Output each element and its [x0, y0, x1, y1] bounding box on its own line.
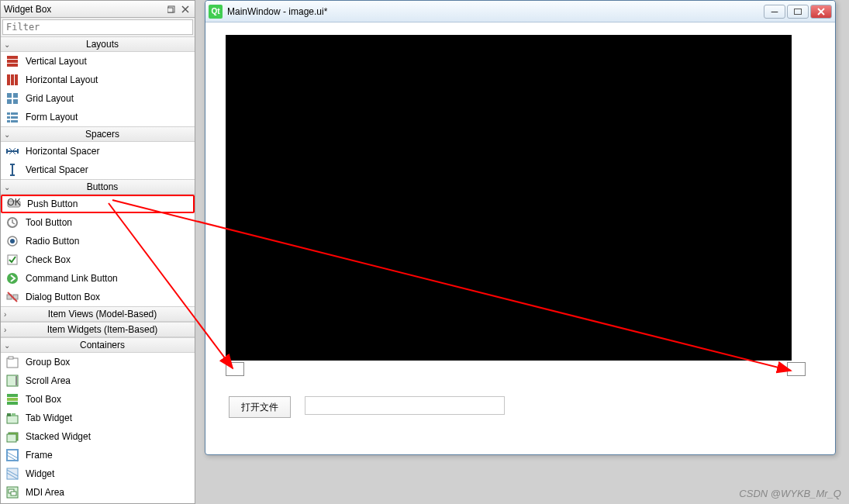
widget-box-list[interactable]: ⌄LayoutsVertical LayoutHorizontal Layout…: [1, 36, 195, 503]
preview-widget[interactable]: [226, 35, 792, 361]
widget-item-label: Horizontal Layout: [26, 74, 98, 85]
widget-item-label: Form Layout: [26, 112, 78, 123]
pushbtn-icon: OK: [7, 197, 21, 211]
close-icon[interactable]: [179, 3, 192, 16]
chevron-down-icon: ⌄: [4, 341, 13, 350]
group-label: Containers: [13, 340, 192, 350]
grid-icon: [5, 91, 19, 105]
svg-rect-9: [15, 74, 18, 85]
group-header-spacers[interactable]: ⌄Spacers: [1, 126, 195, 142]
widget-item-mdi[interactable]: MDI Area: [1, 483, 195, 502]
group-label: Spacers: [13, 129, 192, 140]
group-header-buttons[interactable]: ⌄Buttons: [1, 179, 195, 195]
widget-item-tabwidget[interactable]: Tab Widget: [1, 409, 195, 427]
widget-item-frame[interactable]: Frame: [1, 446, 195, 464]
maximize-button[interactable]: [787, 5, 809, 19]
svg-line-43: [7, 452, 18, 458]
group-label: Buttons: [13, 181, 192, 192]
widget-item-grid[interactable]: Grid Layout: [1, 89, 195, 108]
cmdlink-icon: [5, 271, 19, 285]
widget-item-vspacer[interactable]: Vertical Spacer: [1, 161, 195, 179]
svg-rect-15: [11, 112, 18, 115]
svg-rect-8: [11, 74, 14, 85]
widget-item-hspacer[interactable]: Horizontal Spacer: [1, 142, 195, 161]
widget-item-form[interactable]: Form Layout: [1, 108, 195, 126]
widget-box-title: Widget Box: [4, 4, 164, 15]
widget-item-label: Push Button: [27, 198, 78, 209]
group-label: Item Widgets (Item-Based): [13, 324, 192, 335]
svg-point-24: [10, 239, 15, 243]
form-icon: [5, 110, 19, 124]
group-header-itemviews[interactable]: ›Item Views (Model-Based): [1, 306, 195, 322]
group-header-layouts[interactable]: ⌄Layouts: [1, 36, 195, 52]
svg-rect-36: [7, 402, 18, 405]
svg-rect-34: [7, 394, 18, 397]
dlgbox-icon: [5, 290, 19, 304]
widget-item-label: Radio Button: [26, 236, 79, 247]
form-canvas[interactable]: 打开文件: [212, 27, 829, 448]
tabwidget-icon: [5, 411, 19, 425]
svg-rect-31: [9, 357, 13, 359]
mdi-icon: [5, 485, 19, 499]
hlayout-icon: [5, 73, 19, 87]
widget-item-label: Widget: [26, 468, 54, 479]
filter-input[interactable]: [2, 19, 193, 35]
widget-item-toolbox[interactable]: Tool Box: [1, 390, 195, 409]
frame-icon: [5, 448, 19, 462]
widget-item-dlgbox[interactable]: Dialog Button Box: [1, 288, 195, 306]
svg-rect-33: [16, 376, 17, 385]
placeholder-button-left[interactable]: [226, 362, 244, 376]
float-icon[interactable]: [165, 3, 178, 16]
svg-rect-1: [167, 8, 173, 12]
minimize-button[interactable]: ─: [764, 5, 785, 19]
widget-item-check[interactable]: Check Box: [1, 250, 195, 269]
close-button[interactable]: [810, 5, 832, 19]
widget-item-cmdlink[interactable]: Command Link Button: [1, 269, 195, 288]
widget-item-scrollarea[interactable]: Scroll Area: [1, 371, 195, 390]
design-window-titlebar[interactable]: Qt MainWindow - image.ui* ─: [205, 1, 835, 22]
svg-text:OK: OK: [7, 197, 20, 208]
widget-item-label: Horizontal Spacer: [26, 146, 99, 157]
widget-item-widget[interactable]: Widget: [1, 464, 195, 483]
widget-item-label: Grid Layout: [26, 93, 74, 104]
widget-item-groupbox[interactable]: Group Box: [1, 353, 195, 371]
widget-item-toolbtn[interactable]: Tool Button: [1, 213, 195, 232]
placeholder-button-right[interactable]: [787, 362, 806, 376]
toolbtn-icon: [5, 216, 19, 230]
widget-item-label: Stacked Widget: [26, 431, 91, 442]
svg-rect-39: [12, 413, 16, 416]
widget-item-hlayout[interactable]: Horizontal Layout: [1, 71, 195, 89]
widget-item-label: Vertical Spacer: [26, 164, 88, 175]
check-icon: [5, 253, 19, 267]
widget-item-label: Tool Button: [26, 217, 72, 228]
svg-rect-5: [7, 60, 18, 63]
chevron-down-icon: ⌄: [4, 183, 13, 192]
svg-rect-51: [795, 9, 802, 14]
widget-item-label: Command Link Button: [26, 273, 118, 284]
group-header-containers[interactable]: ⌄Containers: [1, 337, 195, 353]
chevron-down-icon: ⌄: [4, 130, 13, 139]
widget-icon: [5, 467, 19, 481]
widget-item-vlayout[interactable]: Vertical Layout: [1, 52, 195, 71]
widget-item-label: Tab Widget: [26, 413, 72, 423]
widget-item-label: Check Box: [26, 254, 71, 265]
group-header-itemwidgets[interactable]: ›Item Widgets (Item-Based): [1, 322, 195, 337]
widget-item-pushbtn[interactable]: OKPush Button: [1, 195, 195, 213]
svg-rect-7: [7, 74, 10, 85]
widget-item-stacked[interactable]: Stacked Widget: [1, 427, 195, 446]
design-window-title: MainWindow - image.ui*: [227, 6, 762, 17]
groupbox-icon: [5, 355, 19, 369]
open-file-button[interactable]: 打开文件: [229, 396, 291, 418]
widget-item-radio[interactable]: Radio Button: [1, 232, 195, 250]
scrollarea-icon: [5, 374, 19, 388]
svg-rect-14: [7, 112, 10, 115]
widget-item-label: Dialog Button Box: [26, 292, 100, 302]
svg-rect-16: [7, 116, 10, 119]
toolbox-icon: [5, 392, 19, 406]
stacked-icon: [5, 430, 19, 444]
svg-rect-13: [13, 99, 18, 104]
path-text-field[interactable]: [305, 396, 505, 415]
svg-rect-6: [7, 64, 18, 67]
widget-item-label: MDI Area: [26, 487, 64, 498]
widget-item-label: Vertical Layout: [26, 56, 87, 67]
